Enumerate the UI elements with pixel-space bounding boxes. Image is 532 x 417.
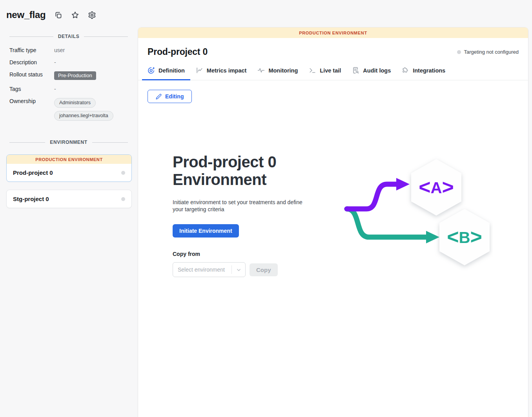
live-tail-icon (309, 67, 316, 74)
env-card-staging[interactable]: Stg-project 0 (6, 190, 132, 208)
detail-row-tags: Tags - (9, 85, 129, 92)
env-card-name: Stg-project 0 (13, 196, 49, 202)
audit-logs-icon (352, 67, 359, 74)
detail-value: - (54, 58, 56, 65)
monitoring-icon (257, 67, 265, 74)
gear-icon[interactable] (88, 11, 96, 19)
initiate-environment-button[interactable]: Initiate Environment (173, 224, 239, 238)
sidebar: DETAILS Traffic type user Description - … (0, 27, 138, 417)
detail-row-ownership: Ownership Administrators johannes.liegl+… (9, 97, 129, 124)
editing-button-label: Editing (165, 93, 184, 100)
hero-title: Prod-project 0 Environment (173, 153, 312, 189)
tab-audit-logs[interactable]: Audit logs (346, 63, 396, 80)
env-card-prod[interactable]: PRODUCTION ENVIRONMENT Prod-project 0 (6, 154, 132, 182)
owner-pill[interactable]: Administrators (54, 98, 96, 108)
main-panel: PRODUCTION ENVIRONMENT Prod-project 0 Ta… (138, 27, 528, 417)
targeting-status-label: Targeting not configured (464, 49, 519, 55)
star-icon[interactable] (71, 11, 79, 19)
targeting-status: Targeting not configured (457, 49, 519, 55)
detail-row-traffic-type: Traffic type user (9, 46, 129, 53)
tab-label: Monitoring (268, 67, 298, 74)
editing-button[interactable]: Editing (148, 90, 192, 103)
treatment-a-label: <A> (419, 176, 454, 198)
detail-label: Tags (9, 85, 54, 92)
pencil-icon (156, 94, 162, 100)
metrics-impact-icon (196, 67, 203, 74)
environment-section-heading: ENVIRONMENT (9, 140, 128, 145)
tab-label: Live tail (320, 67, 341, 74)
flag-title: new_flag (6, 9, 46, 20)
treatment-b-label: <B> (447, 225, 482, 248)
tab-live-tail[interactable]: Live tail (303, 63, 346, 80)
integrations-icon (402, 67, 409, 74)
purple-arrowhead (396, 178, 410, 190)
env-status-dot (121, 197, 125, 201)
status-dot (457, 50, 461, 54)
tab-metrics-impact[interactable]: Metrics impact (190, 63, 252, 80)
detail-label: Rollout status (9, 71, 54, 78)
tab-bar: Definition Metrics impact Monitoring (138, 63, 528, 80)
env-card-banner: PRODUCTION ENVIRONMENT (7, 155, 131, 164)
tab-integrations[interactable]: Integrations (396, 63, 451, 80)
detail-label: Ownership (9, 97, 54, 104)
tab-monitoring[interactable]: Monitoring (252, 63, 303, 80)
copy-from-label: Copy from (173, 251, 312, 257)
definition-icon (148, 67, 155, 74)
tab-label: Integrations (413, 67, 445, 74)
details-section-heading: DETAILS (9, 34, 128, 39)
copy-icon[interactable] (54, 11, 62, 19)
app-header: new_flag (0, 0, 532, 27)
teal-branch-line (347, 209, 427, 237)
production-environment-banner: PRODUCTION ENVIRONMENT (138, 27, 528, 38)
tab-label: Metrics impact (207, 67, 247, 74)
details-rows: Traffic type user Description - Rollout … (0, 39, 138, 124)
hero-description: Initiate environment to set your treatme… (173, 199, 312, 214)
tab-label: Audit logs (363, 67, 391, 74)
purple-branch-line (347, 184, 397, 209)
copy-button[interactable]: Copy (250, 263, 278, 276)
detail-label: Traffic type (9, 46, 54, 53)
environment-section: ENVIRONMENT PRODUCTION ENVIRONMENT Prod-… (0, 140, 138, 208)
environment-select[interactable]: Select environment (173, 262, 246, 277)
chevron-down-icon (232, 267, 245, 272)
detail-row-description: Description - (9, 58, 129, 65)
detail-row-rollout-status: Rollout status Pre-Production (9, 71, 129, 80)
env-status-dot (121, 171, 125, 175)
ab-split-illustration: <A> <B> (344, 154, 493, 273)
owner-pill[interactable]: johannes.liegl+travolta (54, 111, 113, 121)
detail-value: - (54, 85, 56, 92)
detail-label: Description (9, 58, 54, 65)
environment-title: Prod-project 0 (148, 47, 208, 57)
rollout-status-badge: Pre-Production (54, 71, 96, 80)
tab-definition[interactable]: Definition (142, 63, 190, 80)
detail-value: user (54, 46, 65, 53)
tab-label: Definition (159, 67, 185, 74)
empty-environment-hero: Prod-project 0 Environment Initiate envi… (173, 153, 519, 277)
env-card-name: Prod-project 0 (13, 169, 53, 176)
teal-arrowhead (426, 231, 439, 243)
select-placeholder: Select environment (173, 267, 231, 273)
